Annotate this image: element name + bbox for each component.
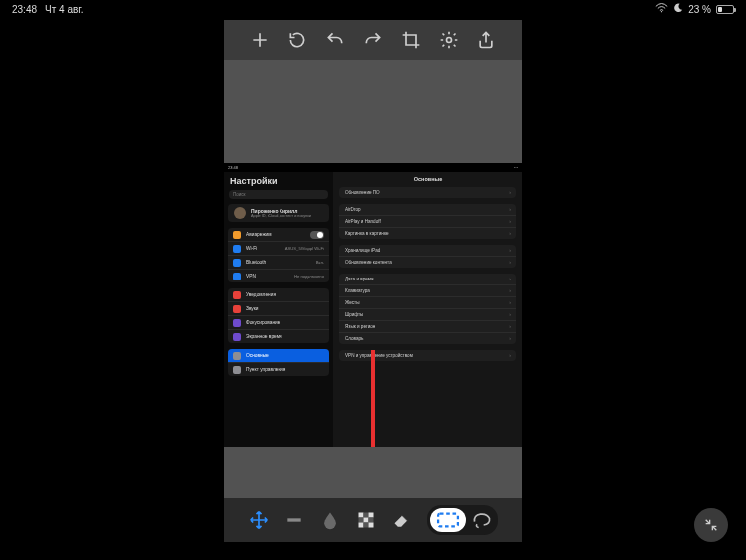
crop-button[interactable] <box>401 30 421 50</box>
svg-rect-8 <box>369 518 374 523</box>
bottom-toolbar <box>224 498 522 542</box>
detail-row: Язык и регион <box>339 321 516 333</box>
row-icon <box>233 273 241 280</box>
rect-select-tool[interactable] <box>430 508 466 532</box>
row-value: Вкл. <box>316 260 324 265</box>
rotate-button[interactable] <box>287 30 307 50</box>
row-icon <box>233 231 241 239</box>
settings-row: Звуки <box>228 302 329 316</box>
row-icon <box>233 245 241 253</box>
svg-rect-10 <box>364 523 369 528</box>
settings-title: Настройки <box>224 172 333 188</box>
settings-group-general: ОсновныеПункт управления <box>228 349 329 376</box>
share-button[interactable] <box>476 30 496 50</box>
detail-group: Хранилище iPadОбновление контента <box>339 245 516 268</box>
settings-row: Уведомления <box>228 288 329 302</box>
row-label: Уведомления <box>246 292 276 297</box>
status-time: 23:48 <box>12 4 37 15</box>
pixelate-tool[interactable] <box>355 509 377 531</box>
collapse-floating-button[interactable] <box>694 508 728 542</box>
redo-button[interactable] <box>363 30 383 50</box>
embedded-settings-screenshot: 23:48 ⋯ Настройки Поиск Пироженко Кирилл… <box>224 163 522 447</box>
canvas-area: 23:48 ⋯ Настройки Поиск Пироженко Кирилл… <box>224 60 522 498</box>
row-icon <box>233 352 241 360</box>
settings-row: BluetoothВкл. <box>228 256 329 270</box>
row-icon <box>233 305 241 313</box>
detail-group: VPN и управление устройством <box>339 350 516 361</box>
settings-search: Поиск <box>229 190 328 199</box>
detail-row: AirDrop <box>339 204 516 216</box>
device-status-bar: 23:48 Чт 4 авг. 23 % <box>0 0 746 18</box>
svg-rect-2 <box>287 518 300 521</box>
lasso-select-tool[interactable] <box>469 509 495 531</box>
svg-rect-11 <box>369 523 374 528</box>
settings-row: Фокусирование <box>228 316 329 330</box>
editor-panel: 23:48 ⋯ Настройки Поиск Пироженко Кирилл… <box>224 20 522 542</box>
row-label: Основные <box>246 353 269 358</box>
edited-image[interactable]: 23:48 ⋯ Настройки Поиск Пироженко Кирилл… <box>224 163 522 447</box>
top-toolbar <box>224 20 522 60</box>
detail-group: Обновление ПО <box>339 187 516 198</box>
settings-row: Пункт управления <box>228 363 329 376</box>
settings-row: Экранное время <box>228 330 329 343</box>
svg-rect-5 <box>369 513 374 518</box>
eraser-tool[interactable] <box>391 509 413 531</box>
row-label: Фокусирование <box>246 320 280 325</box>
canvas-padding-bottom <box>224 447 522 498</box>
row-icon <box>233 366 241 374</box>
detail-row: Дата и время <box>339 274 516 285</box>
detail-title: Основные <box>333 172 522 187</box>
battery-percent: 23 % <box>688 4 711 15</box>
detail-row: Шрифты <box>339 309 516 321</box>
svg-point-1 <box>447 38 452 43</box>
row-label: Экранное время <box>246 334 282 339</box>
row-icon <box>233 333 241 341</box>
settings-row: Основные <box>228 349 329 363</box>
add-button[interactable] <box>250 30 270 50</box>
row-label: VPN <box>246 274 256 279</box>
svg-rect-4 <box>364 513 369 518</box>
row-value: ASUS_5G/appl Wi-Fi <box>285 246 324 251</box>
mini-status-time: 23:48 <box>228 165 238 170</box>
settings-sidebar: Настройки Поиск Пироженко Кирилл Apple I… <box>224 172 333 447</box>
settings-row: VPNНе подключено <box>228 270 329 282</box>
detail-row: Хранилище iPad <box>339 245 516 257</box>
dnd-moon-icon <box>673 3 683 15</box>
wifi-icon <box>655 3 668 15</box>
detail-row: VPN и управление устройством <box>339 350 516 361</box>
avatar <box>234 207 246 219</box>
settings-detail: Основные Обновление ПО AirDropAirPlay и … <box>333 172 522 447</box>
svg-rect-6 <box>359 518 364 523</box>
detail-row: AirPlay и Handoff <box>339 216 516 228</box>
row-label: Bluetooth <box>246 260 266 265</box>
svg-rect-7 <box>364 518 369 523</box>
toggle <box>310 231 324 239</box>
canvas-padding-top <box>224 60 522 163</box>
detail-row: Картинка в картинке <box>339 228 516 239</box>
blur-tool[interactable] <box>319 509 341 531</box>
account-sub: Apple ID, iCloud, контент и покупки <box>251 214 311 218</box>
move-tool[interactable] <box>248 509 270 531</box>
svg-rect-9 <box>359 523 364 528</box>
detail-group: Дата и времяКлавиатураЖестыШрифтыЯзык и … <box>339 274 516 344</box>
row-label: Звуки <box>246 306 259 311</box>
svg-rect-12 <box>438 514 458 527</box>
row-label: Wi-Fi <box>246 246 257 251</box>
svg-rect-3 <box>359 513 364 518</box>
status-date: Чт 4 авг. <box>45 4 83 15</box>
mini-status-right: ⋯ <box>514 165 518 170</box>
battery-icon <box>716 5 734 14</box>
detail-row: Словарь <box>339 333 516 344</box>
settings-group-notif: УведомленияЗвукиФокусированиеЭкранное вр… <box>228 288 329 343</box>
selection-tool-group <box>427 505 498 535</box>
row-icon <box>233 291 241 299</box>
settings-group-conn: АвиарежимWi-FiASUS_5G/appl Wi-FiBluetoot… <box>228 228 329 282</box>
settings-row: Wi-FiASUS_5G/appl Wi-Fi <box>228 242 329 256</box>
settings-button[interactable] <box>439 30 459 50</box>
detail-row: Обновление контента <box>339 257 516 268</box>
detail-row: Жесты <box>339 297 516 309</box>
undo-button[interactable] <box>325 30 345 50</box>
settings-row: Авиарежим <box>228 228 329 242</box>
account-row: Пироженко Кирилл Apple ID, iCloud, конте… <box>228 204 329 222</box>
minus-tool[interactable] <box>283 509 305 531</box>
